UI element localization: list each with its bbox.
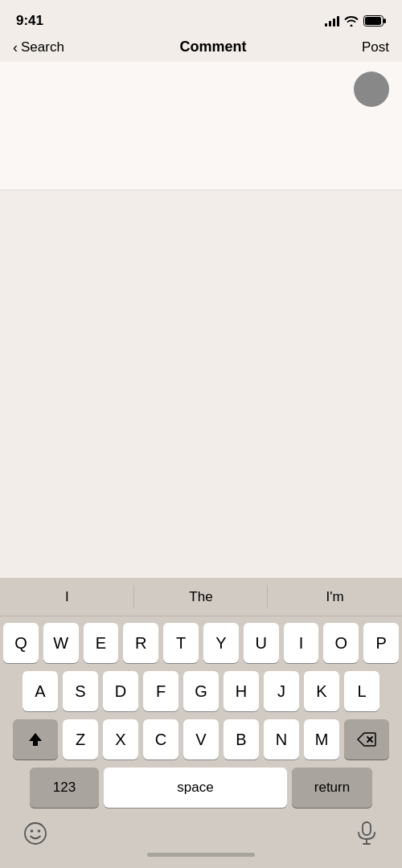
- status-bar: 9:41: [0, 0, 402, 35]
- emoji-button[interactable]: [19, 817, 51, 850]
- key-j[interactable]: J: [264, 671, 299, 711]
- mic-icon: [357, 821, 376, 845]
- svg-rect-2: [365, 17, 381, 25]
- predictive-bar: I The I'm: [0, 578, 402, 616]
- key-row-1: Q W E R T Y U I O P: [3, 623, 399, 663]
- wifi-icon: [344, 15, 359, 27]
- key-n[interactable]: N: [264, 719, 299, 760]
- key-d[interactable]: D: [103, 671, 138, 711]
- back-button[interactable]: ‹ Search: [13, 39, 64, 55]
- key-i[interactable]: I: [284, 623, 319, 663]
- back-label: Search: [21, 39, 64, 55]
- svg-rect-1: [384, 18, 386, 23]
- predictive-item-i[interactable]: I: [0, 578, 134, 616]
- predictive-item-the[interactable]: The: [134, 578, 269, 616]
- key-w[interactable]: W: [43, 623, 79, 663]
- svg-marker-3: [29, 733, 42, 746]
- shift-key[interactable]: [13, 719, 58, 760]
- key-y[interactable]: Y: [203, 623, 239, 663]
- mic-button[interactable]: [351, 817, 383, 850]
- return-key[interactable]: return: [292, 768, 372, 808]
- key-g[interactable]: G: [183, 671, 219, 711]
- key-x[interactable]: X: [103, 719, 138, 760]
- key-t[interactable]: T: [163, 623, 199, 663]
- status-time: 9:41: [16, 13, 43, 29]
- svg-point-6: [25, 823, 46, 844]
- key-l[interactable]: L: [344, 671, 379, 711]
- comment-input[interactable]: [13, 72, 344, 174]
- key-u[interactable]: U: [244, 623, 279, 663]
- svg-point-8: [38, 829, 41, 833]
- keyboard: I The I'm Q W E R T Y U I O P A S D F: [0, 578, 402, 868]
- key-row-4: 123 space return: [3, 768, 399, 808]
- delete-icon: [357, 732, 376, 747]
- empty-area: [0, 190, 402, 440]
- number-key[interactable]: 123: [30, 768, 99, 808]
- icon-row: [0, 811, 402, 853]
- key-z[interactable]: Z: [63, 719, 98, 760]
- key-k[interactable]: K: [304, 671, 339, 711]
- key-r[interactable]: R: [123, 623, 158, 663]
- key-v[interactable]: V: [183, 719, 219, 760]
- emoji-icon: [23, 821, 47, 845]
- battery-icon: [363, 15, 386, 27]
- predictive-item-im[interactable]: I'm: [268, 578, 402, 616]
- key-e[interactable]: E: [84, 623, 119, 663]
- home-indicator: [147, 853, 255, 857]
- key-c[interactable]: C: [143, 719, 178, 760]
- signal-icon: [325, 15, 339, 27]
- key-rows: Q W E R T Y U I O P A S D F G H J K L: [0, 616, 402, 811]
- key-s[interactable]: S: [63, 671, 98, 711]
- page-title: Comment: [179, 39, 246, 55]
- avatar: [354, 72, 389, 107]
- key-f[interactable]: F: [143, 671, 178, 711]
- key-q[interactable]: Q: [3, 623, 39, 663]
- key-row-2: A S D F G H J K L: [3, 671, 399, 711]
- key-h[interactable]: H: [224, 671, 259, 711]
- nav-bar: ‹ Search Comment Post: [0, 35, 402, 62]
- svg-point-7: [31, 829, 34, 833]
- key-m[interactable]: M: [304, 719, 339, 760]
- key-b[interactable]: B: [224, 719, 259, 760]
- delete-key[interactable]: [344, 719, 389, 760]
- shift-icon: [27, 731, 44, 748]
- comment-area: [0, 62, 402, 190]
- key-a[interactable]: A: [23, 671, 58, 711]
- key-row-3: Z X C V B N M: [3, 719, 399, 760]
- svg-rect-9: [363, 822, 371, 835]
- back-chevron-icon: ‹: [13, 40, 18, 55]
- space-key[interactable]: space: [104, 768, 287, 808]
- key-p[interactable]: P: [363, 623, 399, 663]
- status-icons: [325, 15, 386, 27]
- post-button[interactable]: Post: [362, 39, 389, 55]
- key-o[interactable]: O: [323, 623, 359, 663]
